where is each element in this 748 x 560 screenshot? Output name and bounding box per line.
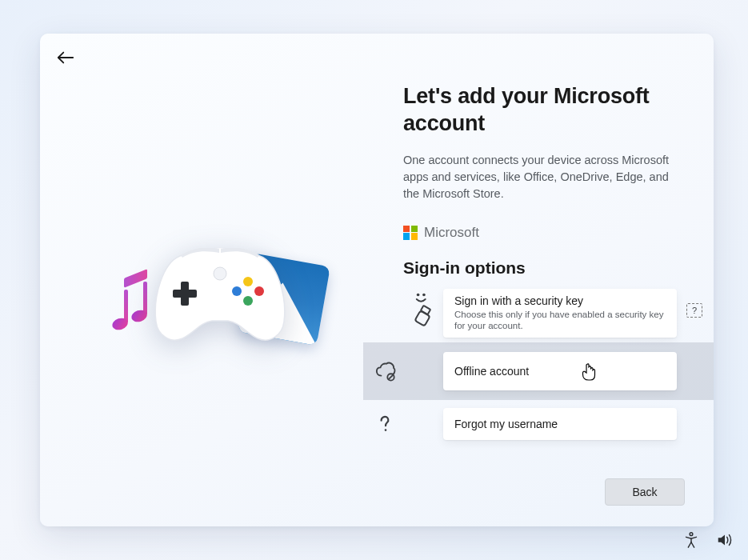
option-offline-wrap: Offline account [403,352,685,390]
svg-point-15 [690,533,693,536]
option-security-key-desc: Choose this only if you have enabled a s… [454,309,667,333]
pointer-cursor-icon [581,363,597,381]
content-pane: Let's add your Microsoft account One acc… [403,83,685,440]
option-security-key-wrap: Sign in with a security key Choose this … [403,289,685,338]
svg-line-13 [389,375,394,380]
svg-point-9 [422,293,426,296]
option-security-key-title: Sign in with a security key [454,294,667,307]
svg-rect-2 [173,290,197,298]
accessibility-icon[interactable] [682,531,700,552]
usb-key-icon [413,305,435,330]
help-badge-icon[interactable]: ? [686,303,702,318]
option-offline-title: Offline account [454,365,667,378]
game-controller-icon [152,248,288,344]
option-security-key[interactable]: Sign in with a security key Choose this … [443,289,677,338]
svg-point-6 [243,296,253,306]
svg-point-14 [385,430,387,432]
oobe-card: Let's add your Microsoft account One acc… [40,34,714,526]
question-mark-icon [368,414,403,434]
option-forgot-username[interactable]: Forgot my username [443,408,677,440]
system-tray [682,531,734,552]
signin-options-list: Sign in with a security key Choose this … [403,289,685,441]
svg-point-5 [232,286,242,296]
microsoft-brand-text: Microsoft [424,225,479,241]
svg-point-8 [417,293,420,296]
option-forgot-wrap: Forgot my username [403,408,685,440]
hero-illustration [112,234,336,378]
back-arrow-icon[interactable] [54,50,77,66]
svg-point-7 [214,267,226,280]
svg-point-4 [254,286,264,296]
svg-point-3 [243,277,253,286]
volume-icon[interactable] [716,531,734,552]
microsoft-brand: Microsoft [403,225,685,241]
page-title: Let's add your Microsoft account [403,83,685,138]
option-offline-account[interactable]: Offline account [443,352,677,390]
back-button-label: Back [632,486,657,498]
page-subtitle: One account connects your device across … [403,152,685,202]
microsoft-logo-icon [403,226,418,240]
option-forgot-title: Forgot my username [454,418,667,430]
music-note-icon [112,274,156,330]
cloud-offline-icon [368,361,403,382]
section-title: Sign-in options [403,258,685,278]
back-button[interactable]: Back [605,478,685,506]
